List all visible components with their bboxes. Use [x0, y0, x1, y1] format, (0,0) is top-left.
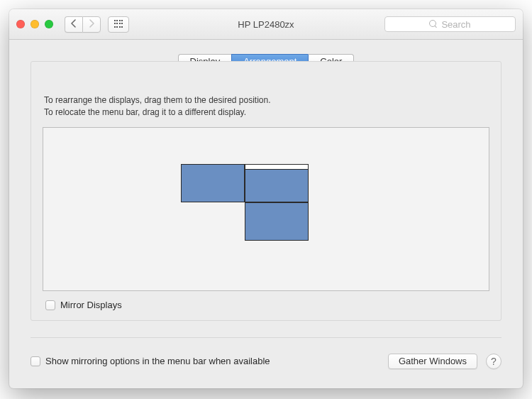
- search-icon: [429, 20, 438, 28]
- show-mirroring-label: Show mirroring options in the menu bar w…: [45, 356, 270, 366]
- traffic-lights: [16, 20, 53, 28]
- close-window-button[interactable]: [16, 20, 25, 28]
- preferences-window: HP LP2480zx Search Display Arrangement C…: [9, 9, 523, 388]
- mirror-displays-label: Mirror Displays: [60, 300, 122, 310]
- arrangement-hint: To rearrange the displays, drag them to …: [44, 94, 488, 119]
- nav-back-forward: [65, 16, 101, 33]
- menubar-indicator[interactable]: [245, 165, 308, 170]
- footer: Show mirroring options in the menu bar w…: [31, 337, 501, 373]
- mirror-displays-row: Mirror Displays: [43, 300, 489, 310]
- toolbar: HP LP2480zx Search: [9, 9, 523, 40]
- show-all-button[interactable]: [108, 16, 129, 33]
- arrangement-canvas[interactable]: [43, 127, 489, 291]
- grid-icon: [114, 20, 123, 28]
- search-input[interactable]: Search: [384, 16, 516, 32]
- gather-windows-button[interactable]: Gather Windows: [388, 354, 477, 369]
- chevron-left-icon: [71, 19, 77, 30]
- show-mirroring-row: Show mirroring options in the menu bar w…: [31, 356, 270, 366]
- chevron-right-icon: [89, 19, 94, 30]
- back-button[interactable]: [65, 16, 82, 33]
- zoom-window-button[interactable]: [45, 20, 53, 28]
- search-placeholder: Search: [441, 19, 470, 30]
- help-icon: ?: [491, 356, 497, 367]
- display-1[interactable]: [181, 164, 245, 202]
- content-body: Display Arrangement Color To rearrange t…: [9, 40, 523, 388]
- arrangement-panel: To rearrange the displays, drag them to …: [31, 61, 501, 321]
- help-button[interactable]: ?: [486, 354, 501, 369]
- minimize-window-button[interactable]: [31, 20, 39, 28]
- show-mirroring-checkbox[interactable]: [31, 356, 40, 366]
- display-3[interactable]: [245, 202, 309, 241]
- mirror-displays-checkbox[interactable]: [45, 300, 55, 310]
- forward-button[interactable]: [82, 16, 101, 33]
- display-2[interactable]: [245, 164, 309, 202]
